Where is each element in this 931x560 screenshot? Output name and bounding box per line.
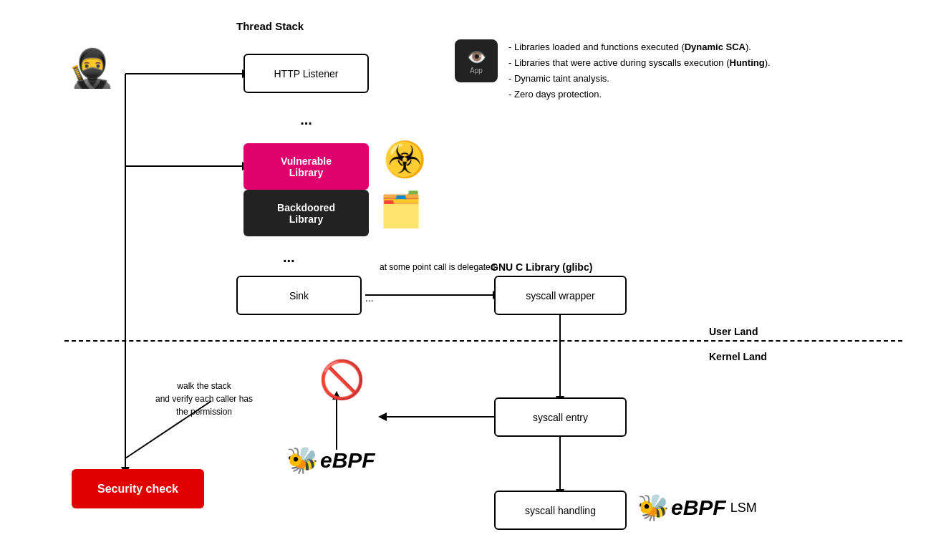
syscall-handling-label: syscall handling [525,505,596,516]
syscall-wrapper-label: syscall wrapper [526,290,594,301]
legend-app-icon: 👁️ App [455,39,498,82]
thread-stack-label: Thread Stack [236,20,304,32]
http-listener-label: HTTP Listener [274,68,339,79]
legend-eye-icon: 👁️ [467,48,486,67]
gnu-library-label: GNU C Library (glibc) [491,261,592,273]
legend-line-4: - Zero days protection. [508,87,771,102]
kernel-land-label: Kernel Land [709,351,767,362]
user-kernel-separator [64,340,902,342]
delegate-text: at some point call is delegated [380,261,495,274]
legend-line-3: - Dynamic taint analysis. [508,71,771,87]
dots-between-sink-wrapper: ... [365,292,374,304]
ebpf-logo: 🐝 eBPF [286,445,375,475]
legend-app-text: App [470,67,483,74]
svg-marker-11 [378,412,387,421]
backdoored-library-label: BackdooredLibrary [277,202,335,225]
hacker-icon: 🥷 [68,47,115,90]
http-listener-box: HTTP Listener [243,54,369,93]
legend-line-2: - Libraries that were active during sysc… [508,55,771,71]
syscall-entry-label: syscall entry [533,412,588,423]
no-entry-icon: 🚫 [319,358,365,402]
lsm-label: LSM [730,501,757,516]
syscall-wrapper-box: syscall wrapper [494,276,627,315]
syscall-handling-box: syscall handling [494,491,627,530]
biohazard-icon: ☣️ [383,140,426,180]
folder-icon: 🗂️ [380,190,423,230]
legend-line-1: - Libraries loaded and functions execute… [508,39,771,55]
ebpf-bee-icon: 🐝 [286,445,319,475]
ebpf-lsm-text: eBPF [671,496,726,520]
legend-box: 👁️ App - Libraries loaded and functions … [455,39,771,102]
backdoored-library-box: BackdooredLibrary [243,190,369,236]
legend-text-block: - Libraries loaded and functions execute… [508,39,771,102]
diagram: Thread Stack 🥷 HTTP Listener ... Vulnera… [0,0,931,560]
ebpf-lsm-bee-icon: 🐝 [637,493,670,523]
sink-label: Sink [289,290,309,301]
user-land-label: User Land [709,326,758,337]
ebpf-lsm-logo: 🐝 eBPF LSM [637,493,757,523]
security-check-label: Security check [97,483,178,496]
security-check-button[interactable]: Security check [72,469,204,508]
sink-box: Sink [236,276,362,315]
vulnerable-library-label: VulnerableLibrary [281,155,332,178]
stack-dots: ... [243,105,369,134]
ebpf-text: eBPF [320,448,375,473]
walk-stack-text: walk the stackand verify each caller has… [143,380,265,418]
vulnerable-library-box: VulnerableLibrary [243,143,369,190]
syscall-entry-box: syscall entry [494,397,627,437]
dots-below-stack: ... [283,249,295,266]
